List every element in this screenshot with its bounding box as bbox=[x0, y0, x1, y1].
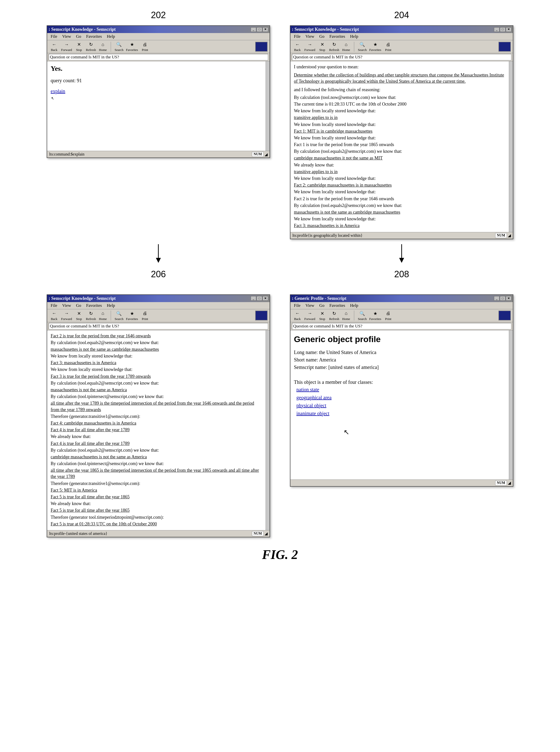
menu-go-204[interactable]: Go bbox=[317, 34, 327, 39]
forward-btn-202[interactable]: → Forward bbox=[61, 41, 72, 52]
scrollbar-206[interactable] bbox=[266, 330, 269, 530]
close-btn-204[interactable]: ✕ bbox=[506, 27, 511, 32]
scrollbar-208[interactable] bbox=[509, 330, 513, 480]
profile-short-name: Short name: America bbox=[294, 356, 506, 364]
home-btn-204[interactable]: ⌂ Home bbox=[341, 41, 351, 52]
minimize-btn-206[interactable]: _ bbox=[251, 296, 256, 301]
chain-item-204-18: We know from locally stored knowledge th… bbox=[294, 216, 506, 222]
stop-btn-202[interactable]: ✕ Stop bbox=[74, 41, 84, 52]
search-btn-202[interactable]: 🔍 Search bbox=[114, 41, 124, 52]
maximize-btn-208[interactable]: □ bbox=[500, 296, 505, 301]
close-btn-202[interactable]: ✕ bbox=[263, 27, 268, 32]
print-btn-206[interactable]: 🖨 Print bbox=[140, 310, 150, 321]
back-btn-206[interactable]: ← Back bbox=[49, 310, 59, 321]
search-btn-208[interactable]: 🔍 Search bbox=[357, 310, 367, 321]
refresh-btn-208[interactable]: ↻ Refresh bbox=[329, 310, 339, 321]
menu-file-202[interactable]: File bbox=[48, 34, 60, 39]
class-item-208-1[interactable]: geographical area bbox=[296, 394, 506, 401]
stop-btn-208[interactable]: ✕ Stop bbox=[317, 310, 327, 321]
print-btn-202[interactable]: 🖨 Print bbox=[140, 41, 150, 52]
favorites-btn-206[interactable]: ★ Favorites bbox=[126, 310, 138, 321]
chain-item-204-4: We know from locally stored knowledge th… bbox=[294, 121, 506, 128]
maximize-btn-204[interactable]: □ bbox=[500, 27, 505, 32]
menu-go-206[interactable]: Go bbox=[74, 303, 84, 309]
query-count: query count: 91 bbox=[51, 77, 263, 84]
address-input-208[interactable] bbox=[292, 323, 511, 329]
menu-go-202[interactable]: Go bbox=[74, 34, 84, 39]
chain-item-206-5: We know from locally stored knowledge th… bbox=[51, 366, 263, 373]
menu-favorites-204[interactable]: Favorites bbox=[327, 34, 347, 39]
minimize-btn-202[interactable]: _ bbox=[251, 27, 256, 32]
menu-go-208[interactable]: Go bbox=[317, 303, 327, 309]
menu-help-208[interactable]: Help bbox=[347, 303, 361, 309]
stop-btn-204[interactable]: ✕ Stop bbox=[317, 41, 327, 52]
close-btn-208[interactable]: ✕ bbox=[506, 296, 511, 301]
close-btn-206[interactable]: ✕ bbox=[263, 296, 268, 301]
menu-file-206[interactable]: File bbox=[48, 303, 60, 309]
print-btn-204[interactable]: 🖨 Print bbox=[383, 41, 393, 52]
address-input-204[interactable] bbox=[292, 54, 511, 60]
forward-btn-208[interactable]: → Forward bbox=[304, 310, 315, 321]
menubar-208: File View Go Favorites Help bbox=[291, 302, 513, 309]
minimize-btn-208[interactable]: _ bbox=[494, 296, 499, 301]
stop-btn-206[interactable]: ✕ Stop bbox=[74, 310, 84, 321]
maximize-btn-206[interactable]: □ bbox=[257, 296, 262, 301]
maximize-btn-202[interactable]: □ bbox=[257, 27, 262, 32]
menu-favorites-208[interactable]: Favorites bbox=[327, 303, 347, 309]
scrollbar-202[interactable] bbox=[266, 61, 269, 151]
address-input-202[interactable] bbox=[49, 54, 268, 60]
chain-item-206-9: By calculation (tool.tpintersect@semscri… bbox=[51, 393, 263, 400]
menu-view-204[interactable]: View bbox=[303, 34, 317, 39]
print-btn-208[interactable]: 🖨 Print bbox=[383, 310, 393, 321]
callout-208: 208 bbox=[394, 269, 409, 279]
print-icon-204: 🖨 bbox=[384, 41, 392, 48]
address-input-206[interactable] bbox=[49, 323, 268, 329]
explain-link[interactable]: explain bbox=[51, 88, 263, 95]
chain-item-204-1: The current time is 01:28:33 UTC on the … bbox=[294, 101, 506, 107]
menu-favorites-206[interactable]: Favorites bbox=[84, 303, 104, 309]
content-meaning-204: Determine whether the collection of buil… bbox=[294, 72, 506, 84]
menu-help-204[interactable]: Help bbox=[347, 34, 361, 39]
menu-help-202[interactable]: Help bbox=[104, 34, 117, 39]
forward-icon-208: → bbox=[306, 310, 314, 317]
menu-file-204[interactable]: File bbox=[292, 34, 303, 39]
toolbar-208: ← Back → Forward ✕ Stop ↻ Refresh bbox=[291, 309, 513, 322]
back-btn-202[interactable]: ← Back bbox=[49, 41, 59, 52]
minimize-btn-204[interactable]: _ bbox=[494, 27, 499, 32]
favorites-btn-202[interactable]: ★ Favorites bbox=[126, 41, 138, 52]
menu-file-208[interactable]: File bbox=[292, 303, 303, 309]
menu-view-202[interactable]: View bbox=[60, 34, 74, 39]
status-indicator-204: NUM bbox=[495, 233, 507, 238]
home-btn-208[interactable]: ⌂ Home bbox=[341, 310, 351, 321]
home-btn-202[interactable]: ⌂ Home bbox=[98, 41, 108, 52]
chain-item-206-8: massachusettes is not the same as Americ… bbox=[51, 387, 263, 393]
favorites-btn-208[interactable]: ★ Favorites bbox=[369, 310, 381, 321]
member-label: This object is a member of four classes: bbox=[294, 378, 506, 386]
back-btn-204[interactable]: ← Back bbox=[293, 41, 302, 52]
menu-view-208[interactable]: View bbox=[303, 303, 317, 309]
menu-favorites-202[interactable]: Favorites bbox=[84, 34, 104, 39]
class-item-208-0[interactable]: nation state bbox=[296, 386, 506, 393]
search-btn-206[interactable]: 🔍 Search bbox=[114, 310, 124, 321]
status-bar-206: lts:profile-{united states of america} N… bbox=[47, 530, 269, 537]
semscript-name-value: [united states of america] bbox=[328, 364, 379, 370]
forward-btn-206[interactable]: → Forward bbox=[61, 310, 72, 321]
refresh-btn-202[interactable]: ↻ Refresh bbox=[86, 41, 96, 52]
scrollbar-204[interactable] bbox=[509, 61, 513, 232]
menu-view-206[interactable]: View bbox=[60, 303, 74, 309]
favorites-btn-204[interactable]: ★ Favorites bbox=[369, 41, 381, 52]
refresh-btn-206[interactable]: ↻ Refresh bbox=[86, 310, 96, 321]
titlebar-204: : Semscript Knowledge - Semscript _ □ ✕ bbox=[291, 26, 513, 33]
stop-icon-202: ✕ bbox=[75, 41, 83, 48]
back-btn-208[interactable]: ← Back bbox=[293, 310, 302, 321]
menu-help-206[interactable]: Help bbox=[104, 303, 117, 309]
search-btn-204[interactable]: 🔍 Search bbox=[357, 41, 367, 52]
class-item-208-3[interactable]: inanimate object bbox=[296, 410, 506, 417]
refresh-btn-204[interactable]: ↻ Refresh bbox=[329, 41, 339, 52]
home-btn-206[interactable]: ⌂ Home bbox=[98, 310, 108, 321]
forward-btn-204[interactable]: → Forward bbox=[304, 41, 315, 52]
sep-208 bbox=[354, 311, 354, 321]
class-item-208-2[interactable]: physical object bbox=[296, 402, 506, 409]
chain-item-206-26: Fact 5 is true at 01:28:33 UTC on the 10… bbox=[51, 521, 263, 527]
content-208: Generic object profile Long name: the Un… bbox=[291, 330, 513, 480]
